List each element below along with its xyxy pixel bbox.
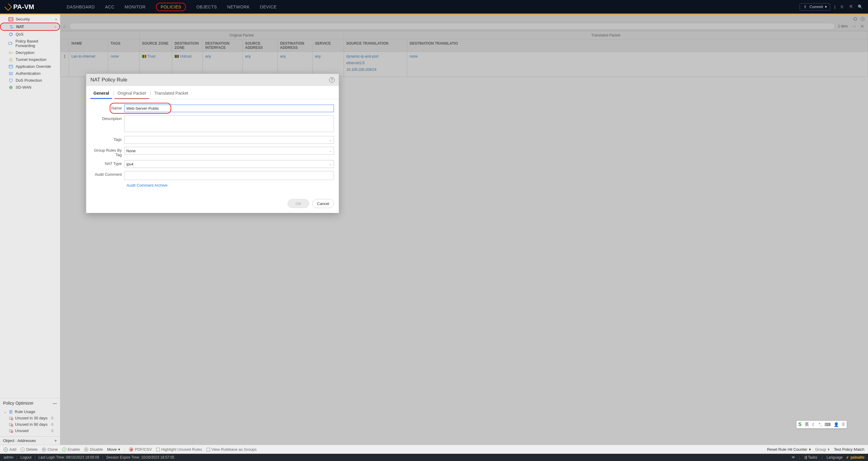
tab-network[interactable]: NETWORK xyxy=(227,4,250,9)
mail-icon[interactable]: ✉ xyxy=(792,455,795,460)
key-icon xyxy=(8,51,13,55)
language-link[interactable]: Language xyxy=(827,455,843,460)
clone-button[interactable]: ⧉Clone xyxy=(42,447,58,452)
sidebar-item-sdwan[interactable]: SD-WAN xyxy=(0,84,60,91)
delete-button[interactable]: −Delete xyxy=(21,447,38,452)
tags-label: Tags xyxy=(91,136,124,142)
sidebar-item-dos[interactable]: DoS Protection xyxy=(0,77,60,84)
unused-icon xyxy=(9,416,13,420)
group-select[interactable]: None⌄ xyxy=(124,147,334,155)
svg-rect-4 xyxy=(9,42,12,44)
ok-button[interactable]: OK xyxy=(287,199,309,208)
highlight-toggle[interactable]: Highlight Unused Rules xyxy=(156,447,202,452)
modal-tab-original[interactable]: Original Packet xyxy=(115,89,149,99)
sidebar-label: Policy Based Forwarding xyxy=(16,39,57,48)
sidebar-label: SD-WAN xyxy=(16,85,31,90)
opt-count: 0 xyxy=(51,429,53,433)
modal-tabs: General | Original Packet | Translated P… xyxy=(86,86,339,99)
reset-counter-menu[interactable]: Reset Rule Hit Counter ▾ xyxy=(767,447,811,452)
object-bar[interactable]: Object : Addresses + xyxy=(0,436,60,445)
unused-90[interactable]: Unused in 90 days 0 xyxy=(2,421,58,428)
cancel-button[interactable]: Cancel xyxy=(312,199,334,208)
chevron-down-icon: ⌄ xyxy=(4,409,7,414)
sidebar: Security NAT QoS Policy Based Forwarding… xyxy=(0,14,60,445)
audit-archive-link[interactable]: Audit Comment Archive xyxy=(91,183,334,188)
ime-toolbar[interactable]: S 英 ☾ °, ⌨ 👤 ⠿ xyxy=(796,421,847,428)
tab-monitor[interactable]: MONITOR xyxy=(125,4,146,9)
tab-device[interactable]: DEVICE xyxy=(260,4,277,9)
view-groups-toggle[interactable]: View Rulebase as Groups xyxy=(207,447,257,452)
status-logout[interactable]: Logout xyxy=(21,455,32,460)
audit-input[interactable] xyxy=(124,171,334,180)
tab-dashboard[interactable]: DASHBOARD xyxy=(67,4,95,9)
unused-icon xyxy=(9,422,13,427)
sidebar-item-decryption[interactable]: Decryption xyxy=(0,49,60,56)
modal-tab-translated[interactable]: Translated Packet xyxy=(151,89,191,99)
sidebar-item-appoverride[interactable]: Application Override xyxy=(0,63,60,70)
brand-logo-icon xyxy=(4,3,12,10)
description-input[interactable] xyxy=(124,115,334,132)
optimizer-header[interactable]: Policy Optimizer — xyxy=(0,398,60,408)
add-button[interactable]: +Add xyxy=(4,447,16,452)
status-user[interactable]: admin xyxy=(4,455,13,460)
modal-footer: OK Cancel xyxy=(86,190,339,213)
grid-icon[interactable]: ⠿ xyxy=(842,422,845,427)
chevron-down-icon: ⌄ xyxy=(329,162,332,166)
tab-policies[interactable]: POLICIES xyxy=(156,3,186,11)
sidebar-item-pbf[interactable]: Policy Based Forwarding xyxy=(0,38,60,49)
ime-lang[interactable]: 英 xyxy=(805,422,809,427)
tasks-link[interactable]: ⇶ Tasks xyxy=(804,455,817,460)
unused-30[interactable]: Unused in 30 days 0 xyxy=(2,415,58,421)
keyboard-icon[interactable]: ⌨ xyxy=(825,422,831,427)
tab-acc[interactable]: ACC xyxy=(105,4,114,9)
sidebar-item-security[interactable]: Security xyxy=(0,16,60,23)
collapse-icon[interactable]: — xyxy=(53,401,57,405)
sidebar-item-qos[interactable]: QoS xyxy=(0,31,60,38)
minus-icon: − xyxy=(21,448,25,452)
divider: | xyxy=(835,4,835,9)
main-tabs: DASHBOARD ACC MONITOR POLICIES OBJECTS N… xyxy=(67,0,276,13)
paloalto-icon: ⫽ xyxy=(846,455,849,460)
svg-point-10 xyxy=(10,73,11,74)
rule-usage-header[interactable]: ⌄ Rule Usage xyxy=(2,408,58,415)
sidebar-item-tunnel[interactable]: Tunnel Inspection xyxy=(0,56,60,63)
name-input[interactable] xyxy=(124,104,334,112)
description-label: Description xyxy=(91,115,124,121)
modal-tab-general[interactable]: General xyxy=(90,89,112,99)
help-icon[interactable]: ? xyxy=(329,77,335,83)
nattype-select[interactable]: ipv4⌄ xyxy=(124,160,334,168)
chevron-down-icon: ⌄ xyxy=(329,138,332,142)
status-session-expire: Session Expire Time: 10/20/2023 18:57:05 xyxy=(106,455,174,460)
tags-select[interactable]: ⌄ xyxy=(124,136,334,144)
move-menu[interactable]: Move ▾ xyxy=(107,447,121,452)
sidebar-label: Authentication xyxy=(16,71,40,76)
enable-button[interactable]: ✓Enable xyxy=(62,447,80,452)
audit-label: Audit Comment xyxy=(91,171,124,177)
group-menu[interactable]: Group ▾ xyxy=(815,447,830,452)
moon-icon[interactable]: ☾ xyxy=(812,422,816,427)
plus-icon[interactable]: + xyxy=(54,438,57,443)
svg-point-5 xyxy=(9,52,11,54)
unused-all[interactable]: Unused 0 xyxy=(2,428,58,434)
config-icon[interactable]: ⎘ xyxy=(840,4,844,9)
punct-icon[interactable]: °, xyxy=(819,422,822,427)
modal-title: NAT Policy Rule xyxy=(90,77,127,83)
test-policy-match[interactable]: Test Policy Match xyxy=(834,447,864,452)
commit-icon: ⇪ xyxy=(803,4,808,9)
user-icon[interactable]: 👤 xyxy=(834,422,839,427)
check-icon: ✓ xyxy=(62,448,66,452)
commit-button[interactable]: ⇪ Commit ▾ xyxy=(800,3,830,10)
sidebar-item-authentication[interactable]: Authentication xyxy=(0,70,60,77)
nat-icon xyxy=(9,25,14,29)
nattype-label: NAT Type xyxy=(91,160,124,166)
sidebar-item-nat[interactable]: NAT xyxy=(0,23,60,31)
tab-objects[interactable]: OBJECTS xyxy=(196,4,217,9)
status-bar: admin | Logout | Last Login Time: 09/15/… xyxy=(0,454,868,461)
pdf-csv-button[interactable]: ▣PDF/CSV xyxy=(129,447,152,452)
disable-button[interactable]: ⊘Disable xyxy=(84,447,103,452)
opt-count: 0 xyxy=(51,416,53,420)
export-icon[interactable]: ⇱ xyxy=(849,4,854,9)
ime-logo-icon: S xyxy=(798,422,802,427)
search-icon[interactable]: 🔍 xyxy=(858,4,863,9)
tasks-icon: ⇶ xyxy=(804,455,808,460)
